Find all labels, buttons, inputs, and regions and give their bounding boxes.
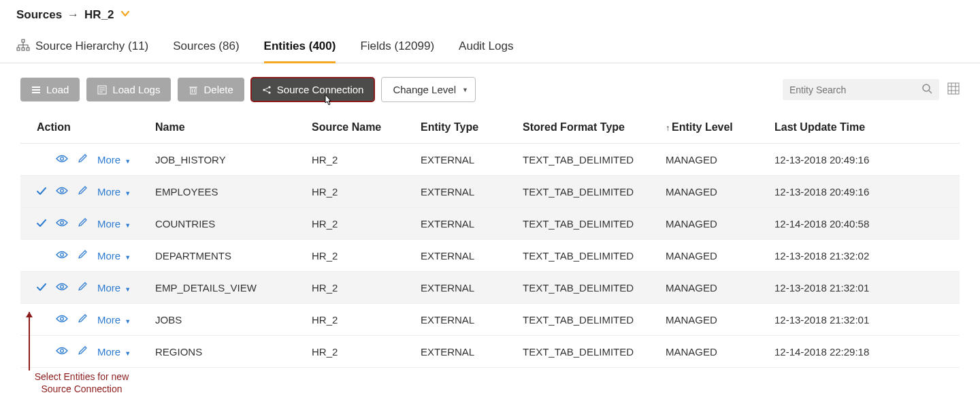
load-button[interactable]: Load xyxy=(20,78,80,101)
edit-icon[interactable] xyxy=(78,153,88,165)
cell-updated: 12-13-2018 21:32:02 xyxy=(769,240,960,272)
more-menu[interactable]: More ▼ xyxy=(97,218,131,230)
tab-entities[interactable]: Entities (400) xyxy=(264,30,336,63)
load-logs-button[interactable]: Load Logs xyxy=(86,78,171,101)
cell-type: EXTERNAL xyxy=(415,240,517,272)
tab-audit-logs[interactable]: Audit Logs xyxy=(459,30,513,63)
cell-format: TEXT_TAB_DELIMITED xyxy=(517,272,660,304)
toolbar: Load Load Logs Delete Source Connection … xyxy=(0,63,980,112)
table-row[interactable]: More ▼ JOB_HISTORYHR_2EXTERNALTEXT_TAB_D… xyxy=(20,144,960,176)
load-logs-label: Load Logs xyxy=(112,84,160,95)
table-row[interactable]: More ▼ JOBSHR_2EXTERNALTEXT_TAB_DELIMITE… xyxy=(20,304,960,336)
tab-source-hierarchy[interactable]: Source Hierarchy (11) xyxy=(35,30,148,63)
change-level-label: Change Level xyxy=(393,84,456,95)
table-row[interactable]: More ▼ EMPLOYEESHR_2EXTERNALTEXT_TAB_DEL… xyxy=(20,176,960,208)
cell-updated: 12-13-2018 21:32:01 xyxy=(769,272,960,304)
edit-icon[interactable] xyxy=(78,249,88,262)
cell-format: TEXT_TAB_DELIMITED xyxy=(517,240,660,272)
change-level-select[interactable]: Change Level xyxy=(381,77,476,102)
more-menu[interactable]: More ▼ xyxy=(97,314,131,326)
cursor-icon xyxy=(321,94,334,111)
cell-name: DEPARTMENTS xyxy=(150,240,306,272)
view-icon[interactable] xyxy=(56,314,68,326)
svg-point-34 xyxy=(61,221,64,224)
cell-source: HR_2 xyxy=(306,272,415,304)
view-icon[interactable] xyxy=(56,186,68,198)
table-row[interactable]: More ▼ DEPARTMENTSHR_2EXTERNALTEXT_TAB_D… xyxy=(20,240,960,272)
annotation-callout: Select Entities for new Source Connectio… xyxy=(20,370,143,395)
view-icon[interactable] xyxy=(56,154,68,165)
edit-icon[interactable] xyxy=(78,217,88,230)
cell-updated: 12-13-2018 21:32:01 xyxy=(769,304,960,336)
svg-rect-1 xyxy=(17,48,20,50)
cell-source: HR_2 xyxy=(306,176,415,208)
source-connection-label: Source Connection xyxy=(277,84,364,95)
edit-icon[interactable] xyxy=(78,345,88,358)
breadcrumb-root[interactable]: Sources xyxy=(16,8,62,22)
more-menu[interactable]: More ▼ xyxy=(97,250,131,262)
cell-format: TEXT_TAB_DELIMITED xyxy=(517,304,660,336)
cell-level: MANAGED xyxy=(660,208,769,240)
more-menu[interactable]: More ▼ xyxy=(97,154,131,165)
svg-point-21 xyxy=(268,86,270,88)
share-icon xyxy=(262,85,272,95)
table-columns-icon[interactable] xyxy=(947,82,960,97)
edit-icon[interactable] xyxy=(78,185,88,198)
svg-rect-2 xyxy=(22,48,24,50)
svg-line-26 xyxy=(929,91,932,93)
entities-table: Action Name Source Name Entity Type Stor… xyxy=(20,112,960,368)
col-action[interactable]: Action xyxy=(20,112,150,144)
view-icon[interactable] xyxy=(56,346,68,358)
cell-type: EXTERNAL xyxy=(415,304,517,336)
annotation-arrow-icon xyxy=(29,312,30,370)
col-name[interactable]: Name xyxy=(150,112,306,144)
more-menu[interactable]: More ▼ xyxy=(97,282,131,294)
source-connection-button[interactable]: Source Connection xyxy=(251,78,375,101)
delete-button[interactable]: Delete xyxy=(178,78,244,101)
more-menu[interactable]: More ▼ xyxy=(97,346,131,358)
entity-search[interactable] xyxy=(783,79,939,100)
col-entity-type[interactable]: Entity Type xyxy=(415,112,517,144)
chevron-down-icon[interactable] xyxy=(120,8,131,22)
cell-format: TEXT_TAB_DELIMITED xyxy=(517,176,660,208)
view-icon[interactable] xyxy=(56,282,68,294)
edit-icon[interactable] xyxy=(78,313,88,326)
tab-fields[interactable]: Fields (12099) xyxy=(360,30,434,63)
breadcrumb-separator: → xyxy=(67,8,79,22)
view-icon[interactable] xyxy=(56,250,68,262)
cell-type: EXTERNAL xyxy=(415,144,517,176)
cell-level: MANAGED xyxy=(660,240,769,272)
col-last-update[interactable]: Last Update Time xyxy=(769,112,960,144)
edit-icon[interactable] xyxy=(78,281,88,294)
selected-check-icon xyxy=(37,282,46,294)
log-icon xyxy=(97,85,107,95)
col-source-name[interactable]: Source Name xyxy=(306,112,415,144)
cell-name: EMPLOYEES xyxy=(150,176,306,208)
svg-point-35 xyxy=(61,253,64,256)
cell-name: COUNTRIES xyxy=(150,208,306,240)
svg-point-22 xyxy=(268,91,270,93)
svg-point-32 xyxy=(61,157,64,160)
cell-source: HR_2 xyxy=(306,240,415,272)
cell-updated: 12-14-2018 20:40:58 xyxy=(769,208,960,240)
svg-line-24 xyxy=(265,90,268,92)
col-entity-level[interactable]: ↑Entity Level xyxy=(660,112,769,144)
search-input[interactable] xyxy=(789,84,921,95)
col-stored-format[interactable]: Stored Format Type xyxy=(517,112,660,144)
tab-bar: Source Hierarchy (11) Sources (86) Entit… xyxy=(0,30,980,63)
more-menu[interactable]: More ▼ xyxy=(97,186,131,198)
search-icon[interactable] xyxy=(921,83,932,96)
table-row[interactable]: More ▼ COUNTRIESHR_2EXTERNALTEXT_TAB_DEL… xyxy=(20,208,960,240)
sort-asc-icon: ↑ xyxy=(666,123,670,133)
tab-sources[interactable]: Sources (86) xyxy=(173,30,239,63)
cell-type: EXTERNAL xyxy=(415,208,517,240)
trash-icon xyxy=(189,85,198,95)
cell-type: EXTERNAL xyxy=(415,176,517,208)
view-icon[interactable] xyxy=(56,218,68,230)
cell-source: HR_2 xyxy=(306,336,415,368)
breadcrumb-current[interactable]: HR_2 xyxy=(84,8,114,22)
cell-name: JOB_HISTORY xyxy=(150,144,306,176)
svg-rect-27 xyxy=(948,83,959,94)
table-row[interactable]: More ▼ EMP_DETAILS_VIEWHR_2EXTERNALTEXT_… xyxy=(20,272,960,304)
table-row[interactable]: More ▼ REGIONSHR_2EXTERNALTEXT_TAB_DELIM… xyxy=(20,336,960,368)
